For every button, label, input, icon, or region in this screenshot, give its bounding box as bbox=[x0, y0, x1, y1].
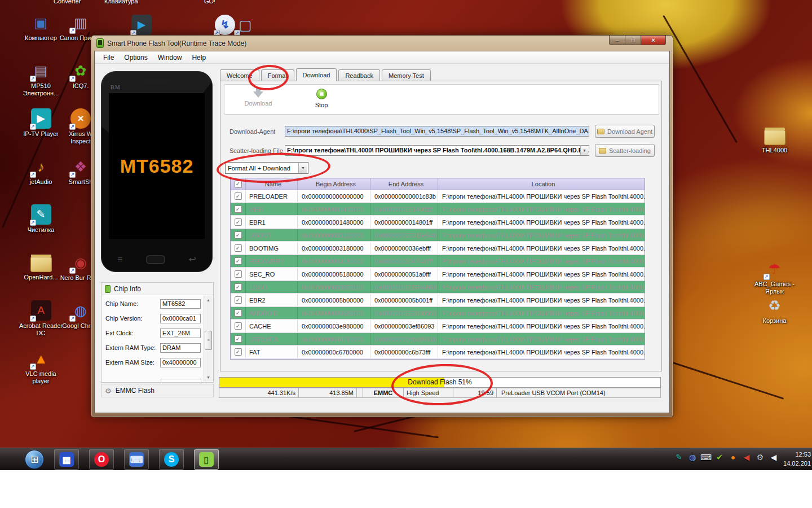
desktop-icon-label[interactable]: GO! bbox=[204, 0, 215, 5]
table-row[interactable]: ✓ RECOVERY 0x0000000004180000 0x00000000… bbox=[231, 255, 645, 268]
end-address: 0x00000000c6b73fff bbox=[370, 346, 438, 358]
column-header-end[interactable]: End Address bbox=[370, 178, 438, 190]
table-row[interactable]: ✓ CACHE 0x000000003e980000 0x000000003ef… bbox=[231, 320, 645, 333]
desktop-icon[interactable]: ♻ ↗ Корзина bbox=[748, 295, 801, 325]
menu-item[interactable]: File bbox=[98, 52, 119, 63]
desktop-icon[interactable]: ☂ ↗ ABC_Games - Ярлык bbox=[748, 259, 801, 295]
row-checkbox[interactable]: ✓ bbox=[231, 346, 246, 358]
desktop-icon[interactable]: ▶ ↗ bbox=[131, 15, 152, 35]
desktop-icon-image: ▶ ↗ bbox=[31, 108, 51, 129]
desktop-icon[interactable]: ▲ ↗ VLC media player bbox=[17, 348, 65, 396]
tab[interactable]: Readback bbox=[338, 69, 380, 81]
menu-item[interactable]: Options bbox=[119, 52, 152, 63]
row-checkbox[interactable]: ✓ bbox=[231, 320, 246, 332]
chip-info-scrollbar[interactable]: ▲ ≡ ▼ bbox=[204, 296, 213, 382]
scatter-loading-button[interactable]: Scatter-loading bbox=[595, 144, 655, 157]
tray-icon[interactable]: ● bbox=[726, 453, 740, 462]
table-row[interactable]: ✓ USRDATA 0x0000000046780000 0x000000004… bbox=[231, 333, 645, 346]
emmc-flash-section[interactable]: ⚙ EMMC Flash bbox=[101, 384, 214, 397]
row-checkbox[interactable]: ✓ bbox=[231, 229, 246, 241]
combo-dropdown-icon[interactable]: ▼ bbox=[580, 146, 588, 155]
chip-field-value[interactable]: DRAM bbox=[160, 343, 201, 353]
taskbar-app-button[interactable]: ▦ bbox=[54, 449, 79, 470]
table-row[interactable]: ✓ EBR2 0x0000000005b00000 0x0000000005b0… bbox=[231, 294, 645, 307]
tray-icon[interactable]: ⚙ bbox=[753, 453, 767, 462]
chip-field-value[interactable]: EXT_26M bbox=[160, 329, 201, 338]
taskbar-app-button[interactable]: O bbox=[89, 449, 114, 470]
column-header-location[interactable]: Location bbox=[438, 178, 645, 190]
tray-icon[interactable]: ◀ bbox=[767, 453, 780, 462]
table-row[interactable]: ✓ EBR1 0x0000000001480000 0x000000000148… bbox=[231, 216, 645, 229]
row-checkbox[interactable]: ✓ bbox=[231, 281, 246, 293]
table-row[interactable]: ✓ ANDROID 0x0000000006580000 0x000000003… bbox=[231, 307, 645, 320]
desktop-icon-image: ✿ ↗ bbox=[70, 60, 91, 81]
scroll-track[interactable]: ≡ bbox=[204, 304, 213, 374]
table-row[interactable]: ✓ UBOOT 0x0000000003120000 0x00000000031… bbox=[231, 229, 645, 242]
phone-brand-label: BM bbox=[111, 84, 121, 90]
taskbar-app-button[interactable]: ⌨ bbox=[124, 449, 149, 470]
maximize-button[interactable]: □ bbox=[625, 36, 641, 45]
tray-icon[interactable]: ◀ bbox=[740, 453, 753, 462]
desktop-icon[interactable]: ↯ ↗ bbox=[215, 15, 235, 35]
chip-info-header[interactable]: Chip Info bbox=[102, 283, 213, 295]
row-checkbox[interactable]: ✓ bbox=[231, 242, 246, 254]
table-row[interactable]: ✓ MBR 0x0000000001400000 0x0000000001400… bbox=[231, 203, 645, 216]
taskbar-app-button[interactable]: S bbox=[159, 449, 184, 470]
row-checkbox[interactable]: ✓ bbox=[231, 294, 246, 306]
download-agent-label: Download-Agent bbox=[230, 128, 275, 135]
taskbar-clock[interactable]: 12:53 14.02.201 bbox=[782, 450, 812, 468]
tray-icon[interactable]: ✎ bbox=[672, 453, 686, 462]
minimize-button[interactable]: – bbox=[609, 36, 625, 45]
table-row[interactable]: ✓ PRELOADER 0x0000000000000000 0x0000000… bbox=[231, 190, 645, 203]
desktop-icon-label[interactable]: Клавиатура bbox=[104, 0, 138, 5]
windows-logo-icon: ⊞ bbox=[30, 454, 38, 466]
file-location: F:\проги телефона\THL4000\ ПРОШИВКИ чере… bbox=[438, 333, 645, 345]
row-checkbox[interactable]: ✓ bbox=[231, 307, 246, 319]
scroll-thumb[interactable]: ≡ bbox=[205, 331, 212, 350]
download-button[interactable]: Download bbox=[236, 87, 281, 107]
desktop-icon-image: A ↗ bbox=[31, 300, 51, 321]
desktop-icon[interactable]: ▢ ↗ bbox=[235, 15, 255, 35]
chip-field-value[interactable]: MT6582 bbox=[160, 299, 201, 309]
start-button[interactable]: ⊞ bbox=[25, 450, 44, 469]
desktop-icon-label[interactable]: Converter bbox=[54, 0, 81, 5]
table-row[interactable]: ✓ SEC_RO 0x0000000005180000 0x0000000005… bbox=[231, 268, 645, 281]
desktop-icon-image: ▢ ↗ bbox=[235, 15, 255, 35]
download-agent-button[interactable]: Download Agent bbox=[595, 125, 655, 138]
taskbar-app-button[interactable]: ▯ bbox=[194, 449, 219, 470]
scatter-file-combobox[interactable]: F:\проги телефона\THL4000\ ПРОШИВКИ чере… bbox=[285, 145, 589, 156]
tray-icon[interactable]: ✔ bbox=[713, 453, 726, 462]
chip-field-value[interactable]: 0x40000000 bbox=[160, 358, 201, 367]
row-checkbox[interactable]: ✓ bbox=[231, 255, 246, 267]
desktop-icon-image: ◍ ↗ bbox=[70, 300, 91, 321]
column-header-begin[interactable]: Begin Address bbox=[298, 178, 370, 190]
desktop-icon-image: ▤ ↗ bbox=[31, 60, 51, 81]
desktop-icon[interactable]: ↗ THL4000 bbox=[748, 125, 801, 154]
partition-name: RECOVERY bbox=[246, 255, 298, 267]
chip-field-value[interactable]: 0x0000ca01 bbox=[160, 314, 201, 323]
row-checkbox[interactable]: ✓ bbox=[231, 190, 246, 202]
partition-table: ✓ Name Begin Address End Address Locatio… bbox=[230, 178, 645, 360]
row-checkbox[interactable]: ✓ bbox=[231, 216, 246, 228]
tray-icon[interactable]: ◍ bbox=[686, 453, 699, 462]
title-bar[interactable]: Smart Phone Flash Tool(Runtime Trace Mod… bbox=[91, 36, 673, 51]
table-row[interactable]: ✓ LOGO 0x0000000005800000 0x000000000584… bbox=[231, 281, 645, 294]
row-checkbox[interactable]: ✓ bbox=[231, 333, 246, 345]
tray-icon[interactable]: ⌨ bbox=[699, 453, 713, 462]
stop-button[interactable]: Stop bbox=[299, 87, 344, 108]
desktop-icon-image: ☂ ↗ bbox=[765, 259, 785, 279]
row-checkbox[interactable]: ✓ bbox=[231, 203, 246, 215]
menu-item[interactable]: Window bbox=[153, 52, 187, 63]
scroll-up-icon[interactable]: ▲ bbox=[206, 296, 210, 304]
tab[interactable]: Download bbox=[296, 68, 337, 81]
menu-item[interactable]: Help bbox=[187, 52, 211, 63]
table-row[interactable]: ✓ FAT 0x00000000c6780000 0x00000000c6b73… bbox=[231, 346, 645, 359]
shortcut-arrow-icon: ↗ bbox=[764, 274, 770, 280]
tab[interactable]: Memory Test bbox=[382, 69, 431, 81]
row-checkbox[interactable]: ✓ bbox=[231, 268, 246, 280]
close-button[interactable]: × bbox=[641, 36, 666, 45]
shortcut-arrow-icon: ↗ bbox=[30, 364, 36, 370]
scroll-down-icon[interactable]: ▼ bbox=[206, 374, 210, 382]
table-row[interactable]: ✓ BOOTIMG 0x0000000003180000 0x000000000… bbox=[231, 242, 645, 255]
download-agent-field[interactable]: F:\проги телефона\THL4000\SP_Flash_Tool_… bbox=[285, 126, 589, 137]
